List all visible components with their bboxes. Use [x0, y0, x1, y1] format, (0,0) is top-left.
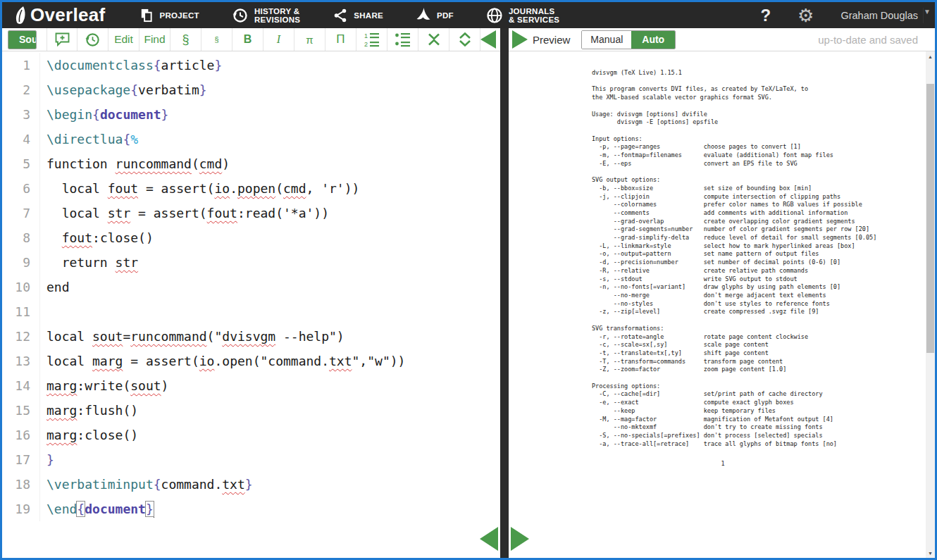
- code-line[interactable]: 3\begin{document}: [2, 102, 500, 127]
- preview-scrollbar[interactable]: ▲ ▼: [926, 51, 935, 558]
- preview-pane: Preview Manual Auto up-to-date and saved…: [509, 28, 935, 558]
- overleaf-window: Overleaf PROJECTHISTORY &REVISIONSSHAREP…: [0, 0, 937, 560]
- code-line-text: \usepackage{verbatim}: [40, 77, 207, 102]
- code-line-text: return str: [40, 250, 138, 275]
- pane-divider[interactable]: [500, 28, 509, 558]
- pdf-preview-area: dvisvgm (TeX Live) 1.15.1 This program c…: [509, 51, 935, 558]
- chevron-down-icon: ▼: [923, 8, 924, 23]
- code-line-text: marg:close(): [40, 423, 138, 447]
- nav-item-label: SHARE: [354, 11, 383, 20]
- code-line[interactable]: 6 local fout = assert(io.popen(cmd, 'r')…: [2, 176, 500, 201]
- line-number: 18: [2, 472, 40, 497]
- bold-button[interactable]: B: [232, 28, 263, 51]
- code-line[interactable]: 9 return str: [2, 250, 500, 275]
- code-line-text: \begin{document}: [40, 102, 168, 127]
- nav-item-journals[interactable]: JOURNALS& SERVICES: [486, 7, 559, 24]
- code-line[interactable]: 17}: [2, 447, 500, 472]
- collapse-editor-left-arrow[interactable]: [480, 30, 496, 49]
- line-number: 16: [2, 423, 40, 447]
- manual-auto-toggle: Manual Auto: [581, 30, 676, 49]
- line-number: 1: [2, 53, 40, 77]
- numbered-list-icon[interactable]: 12: [356, 28, 387, 51]
- line-number: 11: [2, 299, 40, 324]
- scrollbar-thumb[interactable]: [926, 84, 934, 353]
- auto-compile-button[interactable]: Auto: [631, 31, 675, 49]
- code-line-text: \directlua{%: [40, 127, 138, 151]
- manual-compile-button[interactable]: Manual: [582, 31, 631, 49]
- collapse-icon[interactable]: [418, 28, 449, 51]
- line-number: 13: [2, 349, 40, 373]
- code-line[interactable]: 1\documentclass{article}: [2, 53, 500, 77]
- code-line[interactable]: 12local sout=runcommand("dvisvgm --help"…: [2, 324, 500, 349]
- nav-item-share[interactable]: SHARE: [333, 8, 383, 23]
- source-code-editor[interactable]: 1\documentclass{article}2\usepackage{ver…: [2, 51, 500, 558]
- add-comment-icon[interactable]: [46, 28, 77, 51]
- editor-pane: Source Rich Text EditFind§§BIπΠ12 1\docu…: [2, 28, 500, 558]
- overleaf-leaf-icon: [13, 6, 29, 25]
- preview-run-arrow[interactable]: [512, 30, 528, 49]
- code-line-text: end: [40, 275, 70, 299]
- line-number: 17: [2, 447, 40, 472]
- code-line[interactable]: 7 local str = assert(fout:read('*a')): [2, 201, 500, 225]
- history-clock-icon: [232, 7, 249, 24]
- nav-item-history[interactable]: HISTORY &REVISIONS: [232, 7, 300, 24]
- code-line[interactable]: 14marg:write(sout): [2, 373, 500, 398]
- code-line[interactable]: 19\end{document}: [2, 497, 500, 521]
- source-tab[interactable]: Source: [8, 31, 37, 49]
- help-button[interactable]: ?: [760, 6, 771, 25]
- preview-label: Preview: [533, 34, 570, 46]
- nav-item-pdf[interactable]: PDF: [416, 7, 454, 24]
- bullet-list-icon[interactable]: [387, 28, 418, 51]
- subsection-button[interactable]: §: [201, 28, 232, 51]
- text-cursor: [154, 502, 154, 518]
- code-line[interactable]: 2\usepackage{verbatim}: [2, 77, 500, 102]
- logo-wordmark: Overleaf: [30, 4, 105, 26]
- code-line-text: [40, 299, 46, 324]
- expand-icon[interactable]: [449, 28, 480, 51]
- find-button[interactable]: Find: [139, 28, 170, 51]
- code-line[interactable]: 8 fout:close(): [2, 225, 500, 250]
- nav-item-project[interactable]: PROJECT: [139, 8, 199, 23]
- navbar-menu: PROJECTHISTORY &REVISIONSSHAREPDFJOURNAL…: [139, 7, 559, 24]
- code-line[interactable]: 11: [2, 299, 500, 324]
- code-line-text: marg:write(sout): [40, 373, 168, 398]
- code-line[interactable]: 18\verbatiminput{command.txt}: [2, 472, 500, 497]
- collapse-pane-left-arrow[interactable]: [480, 527, 498, 551]
- code-line[interactable]: 10end: [2, 275, 500, 299]
- editor-toolbar: Source Rich Text EditFind§§BIπΠ12: [2, 28, 500, 51]
- scrollbar-down-arrow[interactable]: ▼: [926, 548, 935, 558]
- edit-button[interactable]: Edit: [108, 28, 139, 51]
- source-richtext-toggle: Source Rich Text: [8, 30, 37, 49]
- nav-item-label: JOURNALS& SERVICES: [509, 7, 559, 24]
- history-icon[interactable]: [77, 28, 108, 51]
- globe-icon: [486, 7, 503, 24]
- user-menu[interactable]: Graham Douglas ▼: [840, 8, 924, 23]
- line-number: 12: [2, 324, 40, 349]
- overleaf-logo[interactable]: Overleaf: [13, 4, 105, 26]
- code-line-text: fout:close(): [40, 225, 154, 250]
- share-icon: [333, 8, 348, 23]
- line-number: 2: [2, 77, 40, 102]
- section-button[interactable]: §: [170, 28, 201, 51]
- code-line[interactable]: 5function runcommand(cmd): [2, 151, 500, 176]
- italic-button[interactable]: I: [263, 28, 294, 51]
- pdf-icon: [416, 7, 431, 24]
- code-line[interactable]: 13local marg = assert(io.open("command.t…: [2, 349, 500, 373]
- code-line-text: marg:flush(): [40, 398, 138, 423]
- svg-text:2: 2: [364, 41, 368, 47]
- line-number: 14: [2, 373, 40, 398]
- line-number: 19: [2, 497, 40, 521]
- display-math-button[interactable]: Π: [325, 28, 356, 51]
- code-line[interactable]: 15marg:flush(): [2, 398, 500, 423]
- settings-gear-icon[interactable]: ⚙: [798, 6, 814, 25]
- preview-toolbar: Preview Manual Auto up-to-date and saved: [509, 28, 935, 51]
- inline-math-button[interactable]: π: [294, 28, 325, 51]
- line-number: 8: [2, 225, 40, 250]
- compile-status: up-to-date and saved: [818, 34, 918, 46]
- code-line-text: \verbatiminput{command.txt}: [40, 472, 253, 497]
- line-number: 7: [2, 201, 40, 225]
- scrollbar-up-arrow[interactable]: ▲: [926, 51, 935, 61]
- code-line[interactable]: 16marg:close(): [2, 423, 500, 447]
- collapse-pane-right-arrow[interactable]: [511, 527, 529, 551]
- code-line[interactable]: 4\directlua{%: [2, 127, 500, 151]
